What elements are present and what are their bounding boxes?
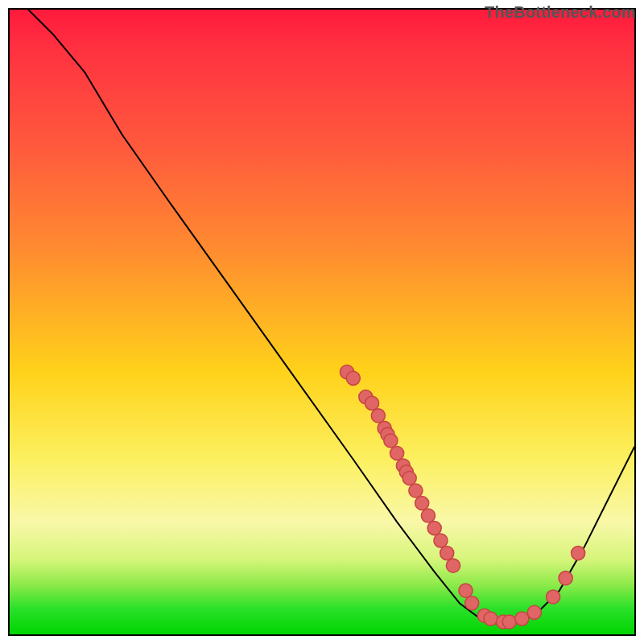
data-point <box>440 547 454 560</box>
data-point <box>477 609 491 622</box>
data-point <box>434 534 448 547</box>
data-point <box>572 547 585 560</box>
data-point <box>465 597 479 610</box>
data-point <box>359 390 373 404</box>
data-point <box>446 559 460 572</box>
data-point <box>484 612 497 625</box>
data-point <box>365 396 379 410</box>
data-point <box>396 459 410 473</box>
data-point <box>371 409 385 423</box>
data-point <box>346 371 360 385</box>
data-point <box>384 434 398 448</box>
data-point <box>421 509 435 522</box>
plot-area <box>8 8 636 636</box>
data-point <box>341 365 354 379</box>
data-point <box>399 465 413 479</box>
data-point <box>378 421 391 435</box>
watermark-text: TheBottleneck.com <box>485 3 636 22</box>
data-point <box>459 584 473 597</box>
data-point <box>497 615 510 629</box>
chart-stage: TheBottleneck.com <box>0 0 644 644</box>
chart-svg <box>10 10 634 634</box>
data-point <box>390 446 404 460</box>
data-point <box>415 497 429 510</box>
data-point <box>527 605 541 619</box>
data-points-group <box>341 365 585 629</box>
data-point <box>381 427 394 441</box>
data-point <box>559 572 572 585</box>
data-point <box>402 471 416 485</box>
bottleneck-curve <box>28 10 634 625</box>
data-point <box>547 590 560 604</box>
data-point <box>515 612 529 625</box>
data-point <box>502 615 516 629</box>
data-point <box>409 484 423 497</box>
data-point <box>427 522 441 535</box>
